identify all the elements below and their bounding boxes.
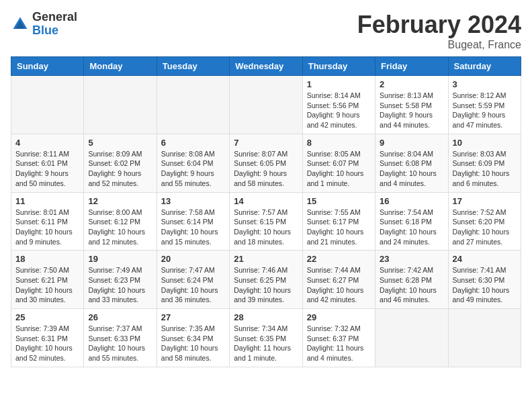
calendar-cell xyxy=(230,76,302,134)
day-info: Sunrise: 8:09 AM Sunset: 6:02 PM Dayligh… xyxy=(88,149,152,189)
day-number: 20 xyxy=(161,254,225,264)
calendar-cell: 21Sunrise: 7:46 AM Sunset: 6:25 PM Dayli… xyxy=(230,250,302,309)
weekday-header-monday: Monday xyxy=(84,57,157,76)
calendar-cell: 5Sunrise: 8:09 AM Sunset: 6:02 PM Daylig… xyxy=(84,134,157,192)
week-row-2: 4Sunrise: 8:11 AM Sunset: 6:01 PM Daylig… xyxy=(11,134,521,192)
calendar-cell: 13Sunrise: 7:58 AM Sunset: 6:14 PM Dayli… xyxy=(157,192,229,250)
calendar-cell xyxy=(157,76,229,134)
calendar-cell: 16Sunrise: 7:54 AM Sunset: 6:18 PM Dayli… xyxy=(375,192,448,250)
day-info: Sunrise: 8:07 AM Sunset: 6:05 PM Dayligh… xyxy=(234,149,298,189)
day-number: 27 xyxy=(161,312,225,322)
day-info: Sunrise: 7:42 AM Sunset: 6:28 PM Dayligh… xyxy=(380,265,443,305)
day-number: 28 xyxy=(234,312,298,322)
day-info: Sunrise: 8:05 AM Sunset: 6:07 PM Dayligh… xyxy=(307,149,371,189)
calendar-cell xyxy=(448,309,521,367)
weekday-header-sunday: Sunday xyxy=(11,57,84,76)
calendar-cell: 11Sunrise: 8:01 AM Sunset: 6:11 PM Dayli… xyxy=(11,192,84,250)
calendar-cell: 12Sunrise: 8:00 AM Sunset: 6:12 PM Dayli… xyxy=(84,192,157,250)
day-number: 19 xyxy=(88,254,152,264)
calendar-cell xyxy=(84,76,157,134)
day-number: 14 xyxy=(234,196,298,206)
calendar: SundayMondayTuesdayWednesdayThursdayFrid… xyxy=(11,56,521,367)
weekday-header-thursday: Thursday xyxy=(302,57,375,76)
calendar-cell: 1Sunrise: 8:14 AM Sunset: 5:56 PM Daylig… xyxy=(302,76,375,134)
day-number: 10 xyxy=(453,138,517,148)
day-number: 4 xyxy=(15,138,79,148)
day-number: 22 xyxy=(307,254,371,264)
calendar-cell: 29Sunrise: 7:32 AM Sunset: 6:37 PM Dayli… xyxy=(302,309,375,367)
day-number: 5 xyxy=(88,138,152,148)
day-number: 26 xyxy=(88,312,152,322)
day-number: 29 xyxy=(307,312,371,322)
day-info: Sunrise: 8:08 AM Sunset: 6:04 PM Dayligh… xyxy=(161,149,225,189)
week-row-4: 18Sunrise: 7:50 AM Sunset: 6:21 PM Dayli… xyxy=(11,250,521,309)
day-info: Sunrise: 7:35 AM Sunset: 6:34 PM Dayligh… xyxy=(161,324,225,363)
logo-blue-text: Blue xyxy=(32,24,77,38)
day-number: 21 xyxy=(234,254,298,264)
calendar-cell: 17Sunrise: 7:52 AM Sunset: 6:20 PM Dayli… xyxy=(448,192,521,250)
day-info: Sunrise: 7:41 AM Sunset: 6:30 PM Dayligh… xyxy=(453,265,517,305)
day-number: 18 xyxy=(15,254,79,264)
calendar-cell: 23Sunrise: 7:42 AM Sunset: 6:28 PM Dayli… xyxy=(375,250,448,309)
weekday-header-friday: Friday xyxy=(375,57,448,76)
day-number: 6 xyxy=(161,138,225,148)
calendar-cell xyxy=(11,76,84,134)
calendar-cell xyxy=(375,309,448,367)
day-number: 24 xyxy=(453,254,517,264)
day-number: 15 xyxy=(307,196,371,206)
day-info: Sunrise: 7:55 AM Sunset: 6:17 PM Dayligh… xyxy=(307,208,371,247)
day-number: 13 xyxy=(161,196,225,206)
day-number: 11 xyxy=(15,196,79,206)
day-info: Sunrise: 7:46 AM Sunset: 6:25 PM Dayligh… xyxy=(234,265,298,305)
day-number: 7 xyxy=(234,138,298,148)
day-number: 8 xyxy=(307,138,371,148)
day-number: 16 xyxy=(380,196,443,206)
location: Bugeat, France xyxy=(357,39,521,51)
day-info: Sunrise: 8:00 AM Sunset: 6:12 PM Dayligh… xyxy=(88,208,152,247)
week-row-3: 11Sunrise: 8:01 AM Sunset: 6:11 PM Dayli… xyxy=(11,192,521,250)
day-number: 2 xyxy=(380,79,443,89)
day-info: Sunrise: 8:04 AM Sunset: 6:08 PM Dayligh… xyxy=(380,149,443,189)
day-info: Sunrise: 8:11 AM Sunset: 6:01 PM Dayligh… xyxy=(15,149,79,189)
day-info: Sunrise: 7:47 AM Sunset: 6:24 PM Dayligh… xyxy=(161,265,225,305)
day-info: Sunrise: 7:50 AM Sunset: 6:21 PM Dayligh… xyxy=(15,265,79,305)
week-row-5: 25Sunrise: 7:39 AM Sunset: 6:31 PM Dayli… xyxy=(11,309,521,367)
calendar-cell: 25Sunrise: 7:39 AM Sunset: 6:31 PM Dayli… xyxy=(11,309,84,367)
calendar-cell: 6Sunrise: 8:08 AM Sunset: 6:04 PM Daylig… xyxy=(157,134,229,192)
calendar-cell: 28Sunrise: 7:34 AM Sunset: 6:35 PM Dayli… xyxy=(230,309,302,367)
logo-text: General Blue xyxy=(32,11,77,38)
calendar-cell: 7Sunrise: 8:07 AM Sunset: 6:05 PM Daylig… xyxy=(230,134,302,192)
calendar-cell: 8Sunrise: 8:05 AM Sunset: 6:07 PM Daylig… xyxy=(302,134,375,192)
day-number: 17 xyxy=(453,196,517,206)
logo-general-text: General xyxy=(32,11,77,24)
day-number: 9 xyxy=(380,138,443,148)
day-info: Sunrise: 8:13 AM Sunset: 5:58 PM Dayligh… xyxy=(380,91,443,130)
day-number: 25 xyxy=(15,312,79,322)
title-area: February 2024 Bugeat, France xyxy=(357,11,521,51)
day-info: Sunrise: 7:34 AM Sunset: 6:35 PM Dayligh… xyxy=(234,324,298,363)
weekday-header-row: SundayMondayTuesdayWednesdayThursdayFrid… xyxy=(11,57,521,76)
week-row-1: 1Sunrise: 8:14 AM Sunset: 5:56 PM Daylig… xyxy=(11,76,521,134)
logo: General Blue xyxy=(11,11,77,38)
calendar-cell: 4Sunrise: 8:11 AM Sunset: 6:01 PM Daylig… xyxy=(11,134,84,192)
calendar-cell: 2Sunrise: 8:13 AM Sunset: 5:58 PM Daylig… xyxy=(375,76,448,134)
calendar-cell: 19Sunrise: 7:49 AM Sunset: 6:23 PM Dayli… xyxy=(84,250,157,309)
calendar-cell: 3Sunrise: 8:12 AM Sunset: 5:59 PM Daylig… xyxy=(448,76,521,134)
calendar-cell: 14Sunrise: 7:57 AM Sunset: 6:15 PM Dayli… xyxy=(230,192,302,250)
day-number: 12 xyxy=(88,196,152,206)
calendar-cell: 15Sunrise: 7:55 AM Sunset: 6:17 PM Dayli… xyxy=(302,192,375,250)
day-info: Sunrise: 7:58 AM Sunset: 6:14 PM Dayligh… xyxy=(161,208,225,247)
month-title: February 2024 xyxy=(357,11,521,39)
weekday-header-wednesday: Wednesday xyxy=(230,57,302,76)
calendar-cell: 10Sunrise: 8:03 AM Sunset: 6:09 PM Dayli… xyxy=(448,134,521,192)
day-info: Sunrise: 7:52 AM Sunset: 6:20 PM Dayligh… xyxy=(453,208,517,247)
day-number: 23 xyxy=(380,254,443,264)
calendar-cell: 24Sunrise: 7:41 AM Sunset: 6:30 PM Dayli… xyxy=(448,250,521,309)
day-info: Sunrise: 7:57 AM Sunset: 6:15 PM Dayligh… xyxy=(234,208,298,247)
day-info: Sunrise: 8:03 AM Sunset: 6:09 PM Dayligh… xyxy=(453,149,517,189)
day-info: Sunrise: 8:12 AM Sunset: 5:59 PM Dayligh… xyxy=(453,91,517,130)
weekday-header-saturday: Saturday xyxy=(448,57,521,76)
calendar-cell: 20Sunrise: 7:47 AM Sunset: 6:24 PM Dayli… xyxy=(157,250,229,309)
day-info: Sunrise: 7:49 AM Sunset: 6:23 PM Dayligh… xyxy=(88,265,152,305)
header: General Blue February 2024 Bugeat, Franc… xyxy=(11,11,521,51)
